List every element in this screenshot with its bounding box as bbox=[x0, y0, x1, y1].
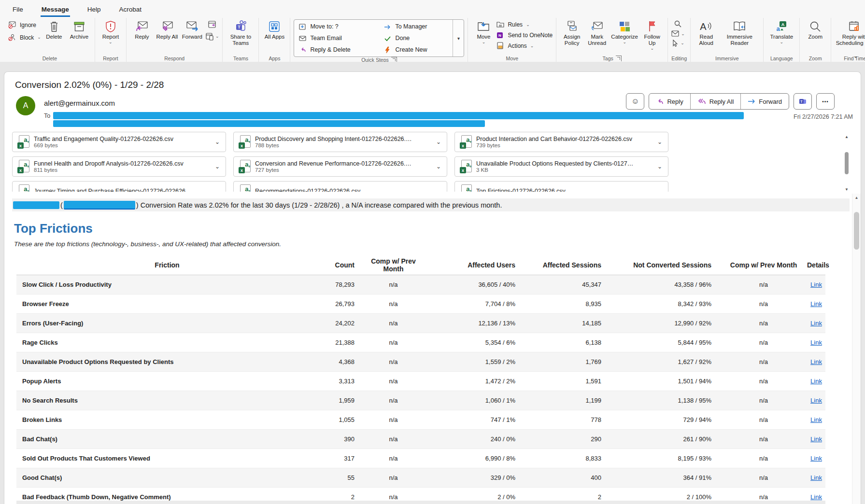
scheduling-poll-button[interactable]: Reply with Scheduling Poll bbox=[835, 18, 865, 46]
reply-button[interactable]: Reply bbox=[649, 94, 690, 109]
ignore-button[interactable]: Ignore bbox=[8, 21, 41, 29]
attachment-card[interactable]: a,xJourney Timing and Purchase Efficienc… bbox=[12, 181, 226, 192]
send-to-onenote-button[interactable]: N Send to OneNote bbox=[496, 31, 553, 39]
meeting-options-icon[interactable] bbox=[205, 32, 214, 41]
scroll-up-icon[interactable]: ▲ bbox=[852, 194, 861, 201]
attachment-card[interactable]: a,xProduct Discovery and Shopping Intent… bbox=[233, 132, 447, 152]
details-link[interactable]: Link bbox=[810, 339, 822, 346]
archive-button[interactable]: Archive bbox=[67, 18, 91, 40]
chevron-down-icon[interactable]: ⌄ bbox=[434, 139, 443, 145]
top-frictions-subtext: These are the top frictions (technology-… bbox=[14, 240, 852, 248]
attachment-card[interactable]: a,xTraffic and Engagement Quality-012726… bbox=[12, 132, 226, 152]
chevron-down-icon[interactable]: ⌄ bbox=[213, 139, 222, 145]
details-link[interactable]: Link bbox=[810, 455, 822, 462]
cell: 290 bbox=[524, 430, 610, 449]
sender-email[interactable]: alert@germainux.com bbox=[44, 99, 115, 107]
quick-step-create-new[interactable]: Create New bbox=[384, 46, 452, 54]
csv-file-icon: a,x bbox=[17, 184, 29, 192]
menu-help[interactable]: Help bbox=[86, 2, 102, 17]
email-action-bar: ☺ Reply Reply All Forward T ••• bbox=[626, 93, 835, 110]
chevron-down-icon[interactable]: ⌄ bbox=[213, 188, 222, 192]
attachment-card[interactable]: a,xUnavailable Product Options Requested… bbox=[454, 156, 668, 177]
details-link[interactable]: Link bbox=[810, 416, 822, 423]
rules-button[interactable]: Rules ⌄ bbox=[496, 21, 553, 28]
scrollbar-thumb[interactable] bbox=[845, 152, 849, 174]
quick-step-to-manager[interactable]: To Manager bbox=[384, 23, 452, 30]
attachment-card[interactable]: a,xRecommendations-012726-022626.csv⌄ bbox=[233, 181, 447, 192]
block-button[interactable]: Block ⌄ bbox=[8, 33, 41, 42]
translate-button[interactable]: Aa Translate ⌄ bbox=[767, 18, 796, 44]
details-link[interactable]: Link bbox=[810, 397, 822, 404]
emoji-reaction-button[interactable]: ☺ bbox=[626, 93, 644, 110]
chevron-down-icon: ⌄ bbox=[650, 46, 654, 51]
chevron-down-icon[interactable]: ⌄ bbox=[213, 163, 222, 170]
share-to-teams-button[interactable]: T bbox=[794, 93, 812, 110]
cell: 8,935 bbox=[524, 294, 610, 314]
select-cursor-icon[interactable] bbox=[672, 40, 679, 47]
collapse-ribbon-icon[interactable]: ⌄ bbox=[853, 52, 858, 59]
chevron-down-icon[interactable]: ⌄ bbox=[655, 163, 664, 170]
details-link[interactable]: Link bbox=[810, 378, 822, 385]
assign-policy-button[interactable]: Assign Policy bbox=[560, 18, 584, 46]
quick-steps-more-button[interactable]: ▾ bbox=[453, 20, 464, 56]
details-link[interactable]: Link bbox=[810, 474, 822, 481]
dialog-launcher-icon[interactable] bbox=[616, 56, 622, 61]
column-header: Details bbox=[807, 255, 825, 275]
scroll-down-icon[interactable]: ▼ bbox=[845, 187, 849, 192]
details-link[interactable]: Link bbox=[810, 300, 822, 308]
follow-up-flag-icon bbox=[647, 19, 657, 34]
quick-step-reply-delete[interactable]: Reply & Delete bbox=[299, 46, 381, 54]
categorize-button[interactable]: Categorize ⌄ bbox=[610, 18, 639, 44]
report-button[interactable]: Report ⌄ bbox=[99, 18, 123, 44]
move-button[interactable]: Move ⌄ bbox=[471, 18, 496, 44]
details-link[interactable]: Link bbox=[810, 281, 822, 288]
attachment-card[interactable]: a,xConversion and Revenue Performance-01… bbox=[233, 156, 447, 177]
details-link[interactable]: Link bbox=[810, 358, 822, 365]
quick-step-done[interactable]: Done bbox=[384, 35, 452, 42]
details-link[interactable]: Link bbox=[810, 493, 822, 501]
body-scrollbar[interactable]: ▲ bbox=[852, 194, 861, 504]
details-link[interactable]: Link bbox=[810, 320, 822, 327]
search-icon[interactable] bbox=[674, 20, 682, 28]
delete-button[interactable]: Delete bbox=[42, 18, 66, 40]
share-to-teams-button[interactable]: T Share to Teams bbox=[226, 18, 255, 46]
cell: 45,347 bbox=[524, 275, 610, 294]
avatar[interactable]: A bbox=[16, 96, 35, 115]
chevron-down-icon[interactable]: ⌄ bbox=[434, 163, 443, 170]
meeting-reply-icon[interactable] bbox=[207, 20, 217, 29]
csv-file-icon: a,x bbox=[239, 135, 251, 149]
actions-button[interactable]: Actions ⌄ bbox=[496, 42, 553, 50]
attachments-scrollbar[interactable]: ▲ ▼ bbox=[843, 135, 850, 192]
attachment-card[interactable]: a,xFunnel Health and Dropoff Analysis-01… bbox=[12, 156, 226, 177]
reply-all-button[interactable]: Reply All bbox=[155, 18, 179, 40]
reply-all-button[interactable]: Reply All bbox=[690, 94, 741, 109]
forward-button[interactable]: Forward bbox=[740, 94, 789, 109]
menu-message[interactable]: Message bbox=[41, 2, 70, 17]
forward-icon bbox=[185, 19, 199, 34]
attachment-card[interactable]: a,xTop Frictions-012726-022626.csv⌄ bbox=[454, 181, 668, 192]
scroll-up-icon[interactable]: ▲ bbox=[845, 135, 849, 139]
chevron-down-icon[interactable]: ⌄ bbox=[655, 139, 664, 145]
quick-step-move-to[interactable]: Move to: ? bbox=[299, 23, 381, 30]
reply-button[interactable]: Reply bbox=[130, 18, 154, 40]
details-link[interactable]: Link bbox=[810, 435, 822, 443]
all-apps-button[interactable]: All Apps bbox=[262, 18, 286, 40]
menu-file[interactable]: File bbox=[12, 2, 24, 17]
reply-all-icon bbox=[160, 19, 174, 34]
chevron-down-icon[interactable]: ⌄ bbox=[655, 188, 664, 192]
zoom-button[interactable]: Zoom bbox=[803, 18, 827, 40]
follow-up-button[interactable]: Follow Up ⌄ bbox=[640, 18, 664, 51]
quick-step-team-email[interactable]: Team Email bbox=[299, 35, 381, 42]
chevron-down-icon[interactable]: ⌄ bbox=[434, 188, 443, 192]
mail-options-icon[interactable] bbox=[671, 30, 680, 37]
scrollbar-thumb[interactable] bbox=[854, 212, 859, 250]
assign-policy-icon bbox=[566, 19, 578, 34]
attachment-card[interactable]: a,xProduct Interaction and Cart Behavior… bbox=[454, 132, 668, 152]
immersive-reader-button[interactable]: Immersive Reader bbox=[719, 18, 760, 46]
forward-button[interactable]: Forward bbox=[180, 18, 204, 40]
more-actions-button[interactable]: ••• bbox=[816, 93, 835, 110]
read-aloud-button[interactable]: A Read Aloud bbox=[694, 18, 718, 46]
mark-unread-button[interactable]: Mark Unread bbox=[585, 18, 609, 46]
link-redaction-bar[interactable] bbox=[64, 201, 135, 210]
menu-acrobat[interactable]: Acrobat bbox=[118, 2, 143, 17]
